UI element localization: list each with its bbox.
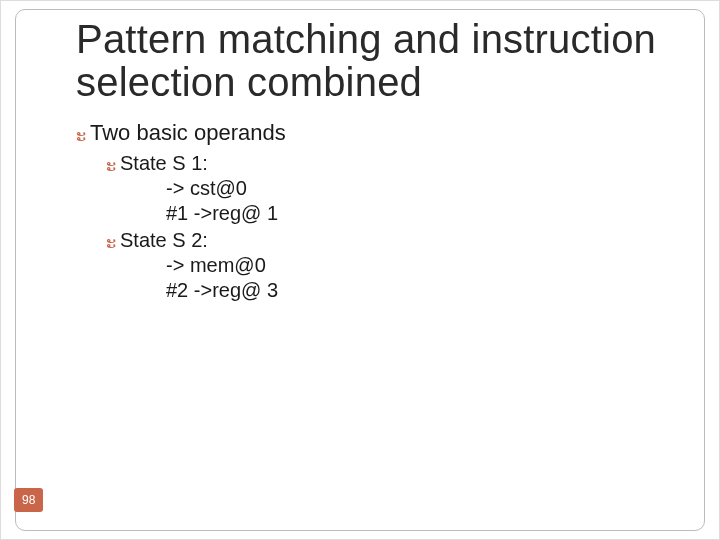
bullet-level-2: ະ State S 1:	[106, 152, 674, 175]
bullet-text: Two basic operands	[90, 120, 286, 146]
slide-container: Pattern matching and instruction selecti…	[0, 0, 720, 540]
bullet-icon: ະ	[76, 126, 86, 145]
page-number-badge: 98	[14, 488, 43, 512]
bullet-level-3: -> mem@0	[166, 254, 674, 277]
bullet-level-3: #1 ->reg@ 1	[166, 202, 674, 225]
bullet-text: State S 1:	[120, 152, 208, 175]
bullet-icon: ະ	[106, 233, 116, 252]
slide-title: Pattern matching and instruction selecti…	[76, 18, 680, 104]
bullet-level-2: ະ State S 2:	[106, 229, 674, 252]
slide-frame: Pattern matching and instruction selecti…	[15, 9, 705, 531]
bullet-icon: ະ	[106, 156, 116, 175]
bullet-text: State S 2:	[120, 229, 208, 252]
bullet-level-3: -> cst@0	[166, 177, 674, 200]
bullet-level-3: #2 ->reg@ 3	[166, 279, 674, 302]
bullet-level-1: ະ Two basic operands	[76, 120, 674, 146]
slide-body: ະ Two basic operands ະ State S 1: -> cst…	[76, 120, 674, 302]
